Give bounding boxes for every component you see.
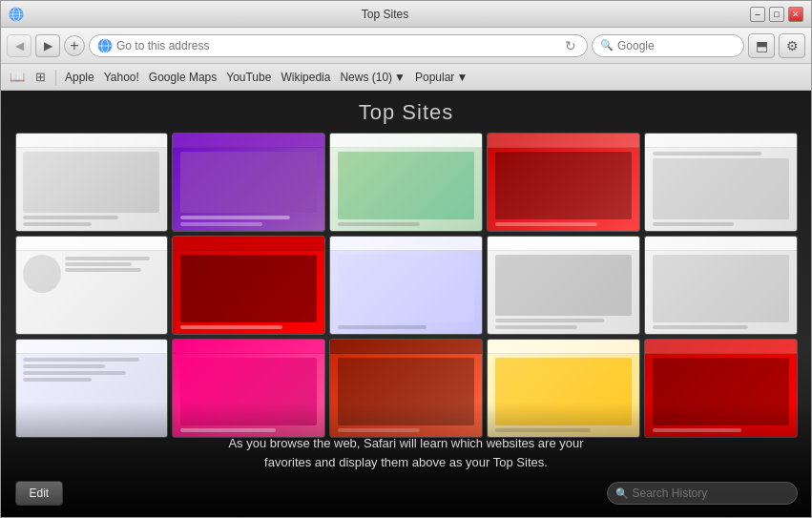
search-history-bar[interactable]: 🔍 [607,482,798,505]
thumbnail-site10[interactable] [644,236,798,335]
window-controls: – □ ✕ [750,7,803,22]
address-bar[interactable]: ↻ [89,34,588,57]
bookmark-wikipedia[interactable]: Wikipedia [277,69,334,86]
search-bar[interactable]: 🔍 [592,34,744,57]
thumbnail-google-maps[interactable] [329,133,483,232]
thumbnail-apple[interactable] [15,133,169,232]
address-globe-icon [97,38,113,53]
thumbnail-ebay[interactable] [329,236,483,335]
top-sites-icon-button[interactable]: ⊞ [30,68,51,87]
toolbar: ◀ ▶ + ↻ 🔍 ⬒ ⚙ [1,28,811,64]
thumbnail-nytimes[interactable] [487,236,640,335]
thumbnails-grid [15,133,798,438]
back-button[interactable]: ◀ [7,34,31,57]
bookmark-apple[interactable]: Apple [61,69,98,86]
thumbnail-site5[interactable] [644,133,798,232]
bookmarks-bar: 📖 ⊞ Apple Yahoo! Google Maps YouTube Wik… [1,64,811,91]
forward-button[interactable]: ▶ [35,34,60,57]
page-title: Top Sites [359,100,454,125]
refresh-button[interactable]: ↻ [562,37,579,54]
bookmarks-icon-button[interactable]: 📖 [7,68,28,87]
new-tab-button[interactable]: + [64,35,85,56]
info-text: As you browse the web, Safari will learn… [228,434,583,471]
thumbnail-yahoo[interactable] [172,133,325,232]
close-button[interactable]: ✕ [788,7,803,22]
bookmark-google-maps[interactable]: Google Maps [145,69,220,86]
bookmark-separator [55,70,56,85]
bottom-controls: Edit 🔍 [15,481,798,506]
share-button[interactable]: ⬒ [748,33,775,58]
search-history-input[interactable] [633,487,789,500]
minimize-button[interactable]: – [750,7,765,22]
bookmark-youtube[interactable]: YouTube [222,69,275,86]
window-icon [9,7,24,22]
window-title: Top Sites [24,8,746,21]
search-history-icon: 🔍 [615,487,629,500]
maximize-button[interactable]: □ [769,7,784,22]
title-bar: Top Sites – □ ✕ [1,1,811,28]
bookmark-yahoo[interactable]: Yahoo! [100,69,143,86]
bookmark-popular-dropdown[interactable]: Popular ▼ [411,69,471,86]
main-content: Top Sites [1,91,811,517]
bottom-overlay: As you browse the web, Safari will learn… [1,403,811,517]
main-window: Top Sites – □ ✕ ◀ ▶ + ↻ 🔍 ⬒ ⚙ 📖 ⊞ [0,0,812,518]
search-icon: 🔍 [600,39,614,52]
edit-button[interactable]: Edit [15,481,64,506]
settings-button[interactable]: ⚙ [779,33,805,58]
thumbnail-cnn[interactable] [172,236,325,335]
address-input[interactable] [116,39,558,52]
thumbnail-youtube[interactable] [487,133,640,232]
search-input[interactable] [617,39,760,52]
bookmark-news-dropdown[interactable]: News (10) ▼ [336,69,409,86]
thumbnail-wikipedia[interactable] [15,236,169,335]
